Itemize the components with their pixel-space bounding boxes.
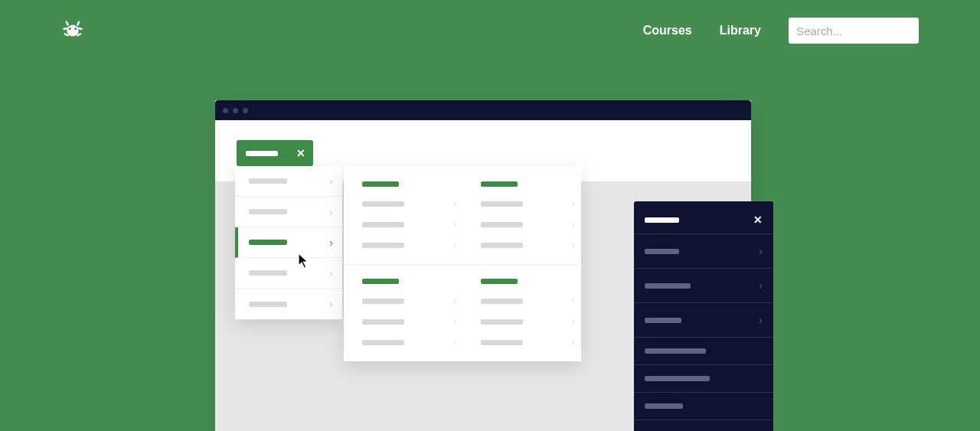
placeholder-bar [645, 376, 710, 381]
mega-item[interactable]: › [481, 198, 575, 209]
svg-point-2 [74, 28, 77, 30]
placeholder-bar [481, 222, 523, 227]
placeholder-bar [362, 222, 404, 227]
chevron-right-icon: › [329, 206, 333, 218]
chevron-right-icon: › [329, 237, 333, 249]
chevron-right-icon: › [453, 240, 456, 250]
svg-point-1 [69, 28, 71, 30]
site-header: Courses Library [0, 0, 980, 61]
mock-titlebar [215, 100, 751, 120]
svg-point-0 [67, 25, 79, 37]
traffic-light-icon [233, 108, 238, 113]
menu-trigger-button[interactable]: ✕ [237, 140, 313, 166]
chevron-right-icon: › [572, 240, 575, 250]
chevron-right-icon: › [329, 175, 333, 188]
mega-item[interactable]: › [481, 337, 575, 348]
search-input[interactable] [789, 18, 919, 44]
mega-heading [362, 181, 399, 187]
mega-item[interactable]: › [362, 295, 456, 306]
dark-menu-item[interactable] [634, 364, 773, 392]
chevron-right-icon: › [453, 316, 456, 327]
placeholder-bar [645, 403, 683, 409]
close-icon: ✕ [296, 147, 305, 159]
dark-menu-header: ✕ [634, 214, 773, 233]
mega-item[interactable]: › [481, 316, 575, 327]
placeholder-bar [362, 243, 404, 248]
placeholder-bar [362, 299, 404, 304]
placeholder-bar [481, 299, 523, 304]
svg-rect-4 [77, 21, 80, 26]
chevron-right-icon: › [453, 198, 456, 209]
chevron-right-icon: › [759, 279, 763, 292]
divider [344, 264, 581, 265]
mega-column: › › › [462, 181, 581, 250]
placeholder-bar [481, 319, 523, 325]
chevron-right-icon: › [572, 316, 575, 327]
mega-column: › › › [462, 279, 581, 348]
mega-column: › › › [344, 279, 462, 348]
placeholder-bar [481, 340, 523, 345]
dark-mobile-menu: ✕ › › › [634, 201, 773, 431]
placeholder-bar [362, 201, 404, 207]
placeholder-bar [249, 178, 287, 184]
nav-courses[interactable]: Courses [643, 24, 692, 38]
nav: Courses Library [643, 18, 919, 44]
placeholder-bar [645, 283, 691, 289]
mega-item[interactable]: › [481, 219, 575, 230]
placeholder-bar [645, 348, 706, 354]
mega-item[interactable]: › [362, 198, 456, 209]
dropdown-item[interactable]: › [235, 258, 342, 289]
placeholder-bar [481, 201, 523, 207]
mega-item[interactable]: › [362, 337, 456, 348]
mega-item[interactable]: › [362, 219, 456, 230]
svg-rect-3 [65, 21, 69, 26]
mega-column: › › › [344, 181, 462, 250]
chevron-right-icon: › [572, 219, 575, 230]
dark-menu-item[interactable] [634, 392, 773, 420]
mega-item[interactable]: › [481, 295, 575, 306]
placeholder-bar [249, 240, 287, 245]
traffic-light-icon [223, 108, 228, 113]
chevron-right-icon: › [572, 337, 575, 348]
placeholder-bar [249, 270, 287, 276]
dark-menu-item[interactable]: › [634, 268, 773, 302]
chevron-right-icon: › [329, 267, 333, 279]
chevron-right-icon: › [453, 295, 456, 306]
chevron-right-icon: › [453, 337, 456, 348]
nav-library[interactable]: Library [720, 24, 761, 38]
placeholder-bar [481, 243, 523, 248]
chevron-right-icon: › [572, 198, 575, 209]
traffic-light-icon [243, 108, 248, 113]
mega-item[interactable]: › [481, 240, 575, 250]
dark-menu-item[interactable]: › [634, 302, 773, 337]
placeholder-bar [246, 151, 278, 156]
mega-heading [481, 181, 518, 187]
placeholder-bar [362, 319, 404, 325]
placeholder-bar [645, 217, 679, 223]
bug-logo-icon [61, 19, 84, 42]
chevron-right-icon: › [329, 298, 333, 310]
dropdown-item-active[interactable]: › [235, 227, 342, 258]
dropdown-item[interactable]: › [235, 289, 342, 319]
dark-menu-item[interactable] [634, 337, 773, 364]
placeholder-bar [362, 340, 404, 345]
chevron-right-icon: › [572, 295, 575, 306]
mega-item[interactable]: › [362, 240, 456, 250]
placeholder-bar [645, 249, 679, 254]
dropdown-menu: › › › › › [235, 166, 342, 319]
mega-heading [362, 279, 399, 284]
mega-item[interactable]: › [362, 316, 456, 327]
dark-menu-item[interactable]: › [634, 233, 773, 268]
placeholder-bar [249, 302, 287, 307]
mega-menu-panel: › › › › › › › › › › › › [344, 166, 581, 361]
dropdown-item[interactable]: › [235, 197, 342, 227]
chevron-right-icon: › [759, 245, 763, 257]
dark-menu-item[interactable] [634, 420, 773, 431]
chevron-right-icon: › [759, 314, 763, 326]
dropdown-item[interactable]: › [235, 166, 342, 197]
mega-heading [481, 279, 518, 284]
chevron-right-icon: › [453, 219, 456, 230]
placeholder-bar [645, 318, 681, 323]
close-icon[interactable]: ✕ [753, 214, 763, 226]
placeholder-bar [249, 209, 287, 214]
